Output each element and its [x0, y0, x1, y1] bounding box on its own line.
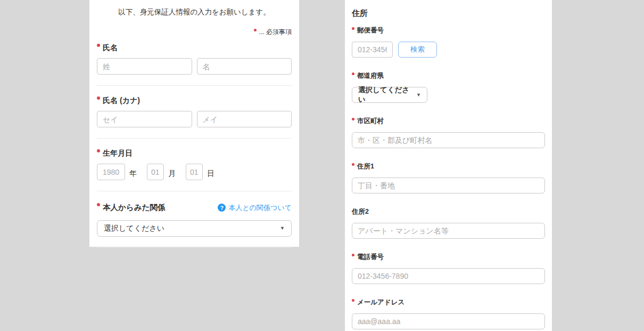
required-note-text: ... 必須事項 — [259, 28, 292, 36]
birthdate-field-label: 生年月日 — [97, 149, 292, 158]
kana-first-name-input[interactable] — [197, 111, 292, 127]
first-name-input[interactable] — [197, 58, 292, 75]
year-unit-label: 年 — [129, 169, 137, 179]
postal-code-input[interactable] — [352, 42, 393, 58]
required-dot-icon — [97, 203, 100, 206]
address-panel: 住所 郵便番号 検索 都道府県 選択してください ▼ 市区町村 住所1 住所2 … — [345, 0, 552, 331]
kana-field-label: 氏名 (カナ) — [97, 96, 292, 106]
required-dot-icon — [352, 254, 354, 256]
required-dot-icon — [97, 149, 100, 152]
divider — [97, 85, 292, 86]
kana-last-name-input[interactable] — [97, 111, 192, 127]
phone-label: 電話番号 — [352, 253, 545, 262]
email-input[interactable] — [352, 313, 545, 329]
birth-month-input[interactable] — [147, 164, 164, 180]
divider — [97, 191, 292, 191]
relation-field-row: 本人からみた関係 ? 本人との関係ついて — [97, 203, 292, 213]
last-name-input[interactable] — [97, 58, 192, 75]
required-note: ... 必須事項 — [97, 28, 292, 37]
required-dot-icon — [352, 299, 354, 302]
required-dot-icon — [352, 27, 354, 30]
month-unit-label: 月 — [168, 169, 176, 179]
address1-label: 住所1 — [352, 162, 545, 171]
address1-input[interactable] — [352, 177, 545, 193]
relation-select-value: 選択してください — [104, 224, 164, 233]
required-dot-icon — [352, 118, 354, 120]
day-unit-label: 日 — [207, 169, 214, 179]
birth-year-input[interactable] — [97, 164, 125, 180]
divider — [97, 138, 292, 139]
relation-help-link[interactable]: ? 本人との関係ついて — [218, 203, 292, 213]
intro-text: 以下、身元保証人情報の入力をお願いします。 — [97, 0, 292, 17]
address-heading: 住所 — [352, 0, 545, 19]
email-label: メールアドレス — [352, 298, 545, 307]
divider — [97, 247, 292, 248]
city-input[interactable] — [352, 132, 545, 148]
required-dot-icon — [352, 72, 354, 75]
phone-input[interactable] — [352, 268, 545, 284]
relation-select[interactable]: 選択してください ▼ — [97, 220, 292, 237]
relation-field-label: 本人からみた関係 — [97, 203, 165, 213]
guarantor-panel: 以下、身元保証人情報の入力をお願いします。 ... 必須事項 氏名 氏名 (カナ… — [89, 0, 299, 247]
prefecture-select-value: 選択してください — [358, 85, 416, 104]
postal-code-label: 郵便番号 — [352, 26, 545, 35]
prefecture-label: 都道府県 — [352, 71, 545, 80]
chevron-down-icon: ▼ — [280, 226, 285, 231]
postal-search-button[interactable]: 検索 — [398, 42, 437, 58]
required-dot-icon — [97, 44, 100, 47]
chevron-down-icon: ▼ — [416, 93, 421, 98]
city-label: 市区町村 — [352, 117, 545, 126]
address2-label: 住所2 — [352, 207, 545, 216]
required-dot-icon — [352, 163, 354, 166]
question-icon: ? — [218, 204, 226, 212]
required-dot-icon — [254, 29, 257, 31]
birth-day-input[interactable] — [186, 164, 203, 180]
name-field-label: 氏名 — [97, 43, 292, 53]
prefecture-select[interactable]: 選択してください ▼ — [352, 87, 427, 103]
required-dot-icon — [97, 96, 100, 100]
address2-input[interactable] — [352, 223, 545, 239]
relation-help-link-label: 本人との関係ついて — [228, 203, 292, 213]
